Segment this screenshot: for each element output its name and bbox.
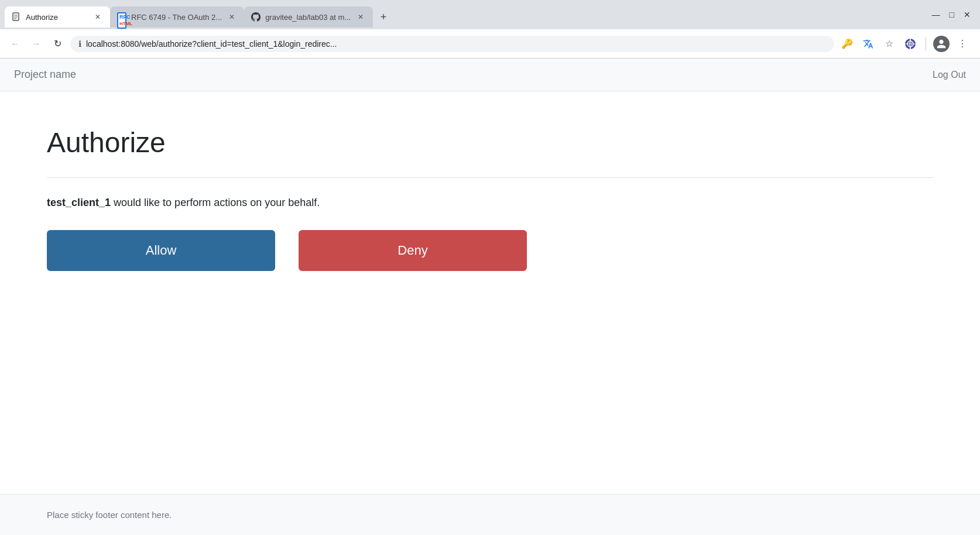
logout-link[interactable]: Log Out [933, 70, 966, 80]
minimize-button[interactable]: — [932, 11, 940, 19]
tab-close-rfc[interactable]: ✕ [227, 12, 237, 22]
page-title: Authorize [47, 126, 933, 159]
profile-button[interactable] [933, 36, 950, 52]
maximize-button[interactable]: □ [950, 11, 954, 19]
bookmark-icon[interactable]: ☆ [881, 36, 897, 52]
description-suffix: would like to perform actions on your be… [111, 197, 320, 208]
password-icon[interactable]: 🔑 [839, 36, 855, 52]
app-navbar: Project name Log Out [0, 59, 980, 91]
footer-text: Place sticky footer content here. [47, 510, 172, 520]
action-buttons: Allow Deny [47, 230, 933, 271]
content-divider [47, 177, 933, 178]
browser-frame: Authorize ✕ RFCHTML RFC 6749 - The OAuth… [0, 0, 980, 535]
deny-button[interactable]: Deny [299, 230, 527, 271]
url-text: localhost:8080/web/authorize?client_id=t… [86, 39, 826, 49]
translate-icon[interactable] [860, 36, 876, 52]
tab-label-github: gravitee_lab/lab03 at m... [265, 13, 351, 22]
info-icon: ℹ [78, 39, 81, 49]
browser-icon[interactable] [902, 36, 919, 52]
forward-button[interactable]: → [28, 36, 44, 52]
main-content: Authorize test_client_1 would like to pe… [0, 91, 980, 494]
toolbar-icons: 🔑 ☆ ⋮ [839, 36, 973, 52]
tab-favicon-github [251, 12, 261, 22]
url-bar[interactable]: ℹ localhost:8080/web/authorize?client_id… [70, 36, 834, 52]
new-tab-button[interactable]: + [375, 9, 392, 25]
address-bar: ← → ↻ ℹ localhost:8080/web/authorize?cli… [0, 29, 980, 59]
app-brand: Project name [14, 68, 76, 81]
window-controls: — □ ✕ [932, 11, 975, 23]
allow-button[interactable]: Allow [47, 230, 275, 271]
page-wrapper: Project name Log Out Authorize test_clie… [0, 59, 980, 535]
menu-icon[interactable]: ⋮ [954, 36, 971, 52]
tab-favicon-rfc: RFCHTML [117, 12, 126, 22]
divider [926, 37, 926, 51]
tab-close-authorize[interactable]: ✕ [92, 12, 103, 22]
tab-rfc[interactable]: RFCHTML RFC 6749 - The OAuth 2... ✕ [110, 6, 244, 28]
client-name: test_client_1 [47, 197, 111, 208]
tab-authorize[interactable]: Authorize ✕ [5, 6, 110, 28]
tab-close-github[interactable]: ✕ [355, 12, 366, 22]
tab-github[interactable]: gravitee_lab/lab03 at m... ✕ [244, 6, 373, 28]
description-text: test_client_1 would like to perform acti… [47, 197, 933, 209]
tab-favicon-doc [12, 12, 21, 22]
close-button[interactable]: ✕ [964, 11, 971, 19]
tab-label-authorize: Authorize [26, 13, 88, 22]
app-footer: Place sticky footer content here. [0, 494, 980, 535]
title-bar: Authorize ✕ RFCHTML RFC 6749 - The OAuth… [0, 0, 980, 29]
back-button[interactable]: ← [7, 36, 23, 52]
tab-label-rfc: RFC 6749 - The OAuth 2... [131, 13, 222, 22]
refresh-button[interactable]: ↻ [49, 36, 66, 52]
